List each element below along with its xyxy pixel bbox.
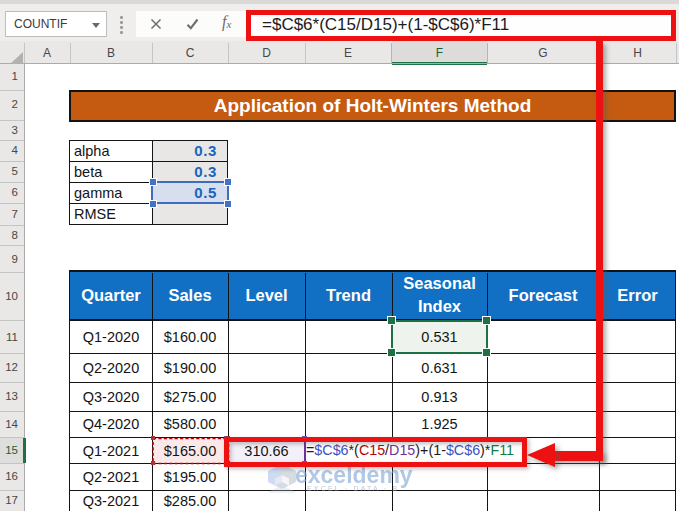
svg-text:EXCEL · DATA · B: EXCEL · DATA · B xyxy=(307,485,399,492)
